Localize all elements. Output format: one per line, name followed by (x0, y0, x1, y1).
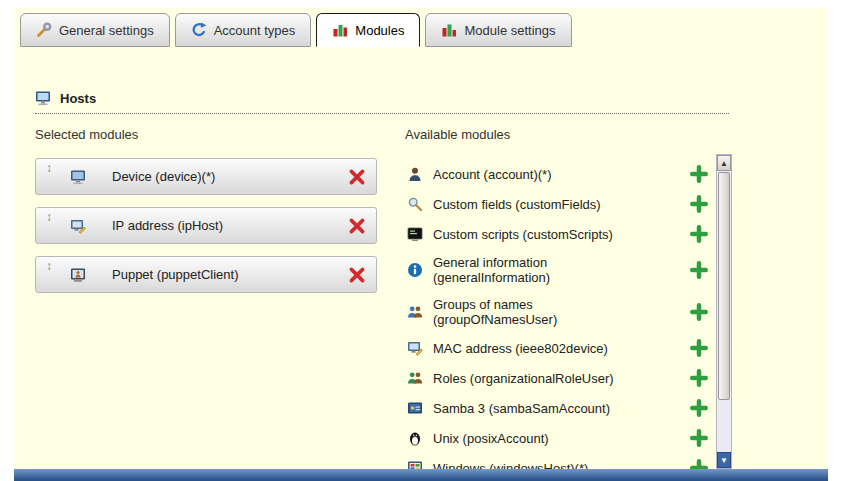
add-module-button[interactable] (690, 369, 708, 387)
tab-general-settings[interactable]: General settings (20, 13, 170, 47)
available-module-row: MAC address (ieee802device) (405, 333, 716, 363)
selected-module-row[interactable]: ↕ IP address (ipHost) (35, 207, 377, 244)
selected-module-label: Device (device)(*) (112, 169, 348, 184)
plus-icon (690, 459, 708, 469)
available-module-row: Windows (windowsHost)(*) (405, 453, 716, 469)
selected-modules-list: ↕ Device (device)(*) ↕ IP address (ipHos… (35, 158, 377, 293)
scroll-down-button[interactable]: ▼ (717, 452, 731, 468)
available-module-row: Groups of names (groupOfNamesUser) (405, 291, 716, 333)
module-settings-icon (441, 22, 457, 38)
add-module-button[interactable] (690, 459, 708, 469)
available-module-row: General information (generalInformation) (405, 249, 716, 291)
available-modules-panel: Account (account)(*) Custom fields (cust… (405, 154, 732, 469)
add-module-button[interactable] (690, 261, 708, 279)
plus-icon (690, 399, 708, 417)
plus-icon (690, 195, 708, 213)
available-modules-list: Account (account)(*) Custom fields (cust… (405, 154, 716, 469)
scroll-up-button[interactable]: ▲ (717, 155, 731, 171)
info-icon (407, 262, 423, 278)
available-modules-heading: Available modules (405, 127, 510, 142)
account-icon (407, 166, 423, 182)
drag-handle-icon[interactable]: ↕ (46, 210, 58, 224)
account-types-icon (191, 22, 207, 38)
add-module-button[interactable] (690, 339, 708, 357)
remove-module-button[interactable] (348, 217, 366, 235)
modules-icon (332, 22, 348, 38)
add-module-button[interactable] (690, 303, 708, 321)
footer-bar (14, 469, 828, 481)
available-module-label: Account (account)(*) (433, 167, 651, 182)
settings-panel: General settings Account types Modules M… (14, 8, 828, 481)
tab-label: Modules (355, 23, 404, 38)
available-module-label: MAC address (ieee802device) (433, 341, 651, 356)
add-module-button[interactable] (690, 165, 708, 183)
hosts-title: Hosts (60, 91, 96, 106)
remove-x-icon (348, 217, 366, 235)
available-module-label: Roles (organizationalRoleUser) (433, 371, 651, 386)
available-module-row: Unix (posixAccount) (405, 423, 716, 453)
plus-icon (690, 339, 708, 357)
remove-x-icon (348, 266, 366, 284)
scrollbar[interactable]: ▲ ▼ (716, 154, 732, 469)
available-module-row: Account (account)(*) (405, 159, 716, 189)
plus-icon (690, 261, 708, 279)
windows-icon (407, 460, 423, 469)
ip-address-icon (70, 218, 86, 234)
custom-scripts-icon (407, 226, 423, 242)
available-module-row: Custom fields (customFields) (405, 189, 716, 219)
unix-icon (407, 430, 423, 446)
add-module-button[interactable] (690, 429, 708, 447)
selected-module-row[interactable]: ↕ Puppet (puppetClient) (35, 256, 377, 293)
available-module-label: Unix (posixAccount) (433, 431, 651, 446)
scrollbar-thumb[interactable] (718, 172, 730, 400)
selected-module-label: IP address (ipHost) (112, 218, 348, 233)
add-module-button[interactable] (690, 225, 708, 243)
available-module-label: Groups of names (groupOfNamesUser) (433, 297, 651, 327)
available-module-label: General information (generalInformation) (433, 255, 651, 285)
available-module-row: Custom scripts (customScripts) (405, 219, 716, 249)
tab-module-settings[interactable]: Module settings (425, 13, 571, 47)
samba-icon (407, 400, 423, 416)
tab-label: General settings (59, 23, 154, 38)
mac-address-icon (407, 340, 423, 356)
puppet-icon (70, 267, 86, 283)
selected-modules-heading: Selected modules (35, 127, 138, 142)
custom-fields-icon (407, 196, 423, 212)
available-module-label: Custom scripts (customScripts) (433, 227, 651, 242)
tab-account-types[interactable]: Account types (175, 13, 312, 47)
available-module-row: Samba 3 (sambaSamAccount) (405, 393, 716, 423)
tab-label: Module settings (464, 23, 555, 38)
plus-icon (690, 429, 708, 447)
add-module-button[interactable] (690, 399, 708, 417)
plus-icon (690, 225, 708, 243)
available-module-label: Windows (windowsHost)(*) (433, 461, 651, 470)
roles-icon (407, 370, 423, 386)
remove-module-button[interactable] (348, 266, 366, 284)
tab-label: Account types (214, 23, 296, 38)
scrollbar-track[interactable] (717, 401, 731, 452)
plus-icon (690, 303, 708, 321)
tab-bar: General settings Account types Modules M… (20, 13, 572, 47)
remove-x-icon (348, 168, 366, 186)
hosts-icon (35, 90, 51, 106)
drag-handle-icon[interactable]: ↕ (46, 161, 58, 175)
groups-icon (407, 304, 423, 320)
plus-icon (690, 369, 708, 387)
selected-module-label: Puppet (puppetClient) (112, 267, 348, 282)
add-module-button[interactable] (690, 195, 708, 213)
tab-modules[interactable]: Modules (316, 13, 420, 47)
general-settings-icon (36, 22, 52, 38)
hosts-section-heading: Hosts (35, 90, 729, 114)
available-module-label: Custom fields (customFields) (433, 197, 651, 212)
selected-module-row[interactable]: ↕ Device (device)(*) (35, 158, 377, 195)
device-icon (70, 169, 86, 185)
available-module-row: Roles (organizationalRoleUser) (405, 363, 716, 393)
remove-module-button[interactable] (348, 168, 366, 186)
plus-icon (690, 165, 708, 183)
drag-handle-icon[interactable]: ↕ (46, 259, 58, 273)
available-module-label: Samba 3 (sambaSamAccount) (433, 401, 651, 416)
